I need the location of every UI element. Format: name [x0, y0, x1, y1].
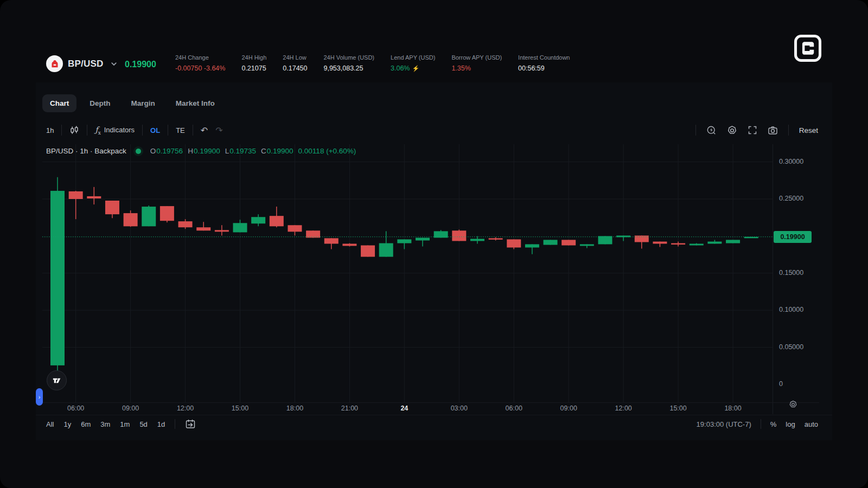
undo-button[interactable]: ↶ — [201, 125, 208, 136]
tab-market-info[interactable]: Market Info — [168, 94, 222, 112]
redo-button[interactable]: ↷ — [215, 125, 222, 136]
stat-label: 24H Change — [175, 54, 225, 61]
tab-depth[interactable]: Depth — [82, 94, 118, 112]
stat-24h-high: 24H High0.21075 — [241, 54, 266, 72]
time-tick-label: 09:00 — [551, 404, 586, 412]
range-buttons: All1y6m3m1m5d1d — [46, 420, 165, 428]
stat-label: Interest Countdown — [518, 54, 570, 61]
alert-button[interactable] — [706, 125, 717, 136]
fx-icon: ƒx — [95, 125, 100, 136]
time-tick-label: 03:00 — [442, 404, 476, 412]
market-selector[interactable]: BP/USD — [46, 55, 118, 72]
candle-style-button[interactable] — [69, 125, 79, 135]
high-label: H — [188, 147, 193, 155]
low-value: 0.19735 — [229, 147, 256, 155]
open-value: 0.19756 — [156, 147, 183, 155]
time-tick-label: 12:00 — [606, 404, 641, 412]
interval-button[interactable]: 1h — [46, 126, 54, 134]
chart-settings-button[interactable] — [727, 125, 737, 136]
axis-options: 19:03:00 (UTC-7) % log auto — [697, 417, 818, 431]
last-price-badge: 0.19900 — [774, 231, 812, 243]
range-selector: All1y6m3m1m5d1d — [46, 417, 196, 431]
time-tick-label: 09:00 — [113, 404, 148, 412]
screenshot-button[interactable] — [768, 125, 778, 136]
camera-icon — [768, 125, 778, 136]
stat-value: 0.17450 — [283, 65, 307, 72]
tab-margin[interactable]: Margin — [124, 94, 163, 112]
time-tick-label: 24 — [387, 404, 422, 412]
stat-value: -0.00750 -3.64% — [175, 65, 225, 72]
range-1d[interactable]: 1d — [157, 420, 165, 428]
price-tick-label: 0.15000 — [779, 269, 803, 277]
time-tick-label: 06:00 — [59, 404, 93, 412]
stat-borrow-apy-usd-: Borrow APY (USD)1.35% — [451, 54, 502, 72]
divider — [36, 415, 832, 415]
close-value: 0.19900 — [267, 147, 293, 155]
ohlc-values: O0.19756 H0.19900 L0.19735 C0.19900 0.00… — [150, 147, 356, 155]
stat-label: Borrow APY (USD) — [451, 54, 502, 61]
calendar-arrow-icon — [185, 419, 196, 429]
tradingview-glyph — [52, 375, 62, 386]
series-status-dot — [136, 149, 141, 154]
price-tick-label: 0.05000 — [779, 343, 803, 351]
range-1m[interactable]: 1m — [120, 420, 130, 428]
stat-interest-countdown: Interest Countdown00:56:59 — [518, 54, 570, 72]
app-window: BP/USD 0.19900 24H Change-0.00750 -3.64%… — [0, 0, 868, 488]
backpack-logo — [793, 34, 822, 65]
divider — [142, 125, 143, 136]
range-5d[interactable]: 5d — [139, 420, 147, 428]
market-logo — [46, 55, 63, 72]
stat-24h-volume-usd-: 24H Volume (USD)9,953,083.25 — [323, 54, 374, 72]
change-value: 0.00118 (+0.60%) — [298, 147, 356, 155]
stat-value: 0.21075 — [241, 65, 266, 72]
orderlines-toggle[interactable]: OL — [150, 126, 160, 134]
log-scale-toggle[interactable]: log — [786, 420, 795, 428]
range-3m[interactable]: 3m — [100, 420, 110, 428]
fullscreen-button[interactable] — [748, 125, 757, 135]
pair-name: BP/USD — [68, 59, 103, 69]
percent-scale-toggle[interactable]: % — [770, 420, 777, 428]
axis-settings-button[interactable] — [789, 400, 797, 411]
clock-readout[interactable]: 19:03:00 (UTC-7) — [697, 420, 751, 428]
chart-toolbar-right: Reset — [695, 121, 818, 139]
time-tick-label: 12:00 — [168, 404, 203, 412]
stat-24h-change: 24H Change-0.00750 -3.64% — [175, 54, 225, 72]
stat-label: 24H Volume (USD) — [323, 54, 374, 61]
time-tick-label: 18:00 — [277, 404, 312, 412]
stat-value: 00:56:59 — [518, 65, 570, 72]
stat-24h-low: 24H Low0.17450 — [283, 54, 307, 72]
stat-value: 3.06%⚡ — [391, 65, 435, 72]
chart-legend: BP/USD · 1h · Backpack O0.19756 H0.19900… — [46, 147, 356, 155]
price-tick-label: 0.25000 — [779, 195, 803, 202]
go-to-date-button[interactable] — [185, 419, 196, 429]
divider — [788, 125, 789, 136]
fullscreen-icon — [748, 125, 757, 135]
trade-executions-toggle[interactable]: TE — [176, 126, 185, 134]
price-axis-divider — [773, 144, 773, 414]
divider — [61, 125, 62, 136]
reset-button[interactable]: Reset — [799, 126, 818, 134]
lightning-icon: ⚡ — [412, 65, 419, 72]
tradingview-logo[interactable] — [47, 370, 67, 390]
pane-expand-handle[interactable]: › — [36, 388, 43, 406]
indicators-label: Indicators — [104, 126, 135, 134]
alert-icon — [706, 125, 717, 136]
auto-scale-toggle[interactable]: auto — [805, 420, 818, 428]
divider — [87, 125, 87, 136]
range-1y[interactable]: 1y — [63, 420, 71, 428]
range-all[interactable]: All — [46, 420, 54, 428]
indicators-button[interactable]: ƒx Indicators — [95, 125, 135, 136]
range-6m[interactable]: 6m — [81, 420, 91, 428]
time-tick-label: 15:00 — [223, 404, 258, 412]
gear-icon — [789, 400, 797, 409]
chevron-down-icon — [110, 60, 118, 68]
price-tick-label: 0.30000 — [779, 158, 803, 165]
time-tick-label: 21:00 — [332, 404, 367, 412]
chart-toolbar-left: 1h ƒx Indicators OL TE ↶ ↷ — [46, 121, 223, 139]
tab-chart[interactable]: Chart — [42, 94, 76, 112]
open-label: O — [150, 147, 156, 155]
stat-value: 1.35% — [451, 65, 502, 72]
price-tick-label: 0.10000 — [779, 306, 803, 313]
divider — [175, 419, 175, 429]
high-value: 0.19900 — [194, 147, 220, 155]
